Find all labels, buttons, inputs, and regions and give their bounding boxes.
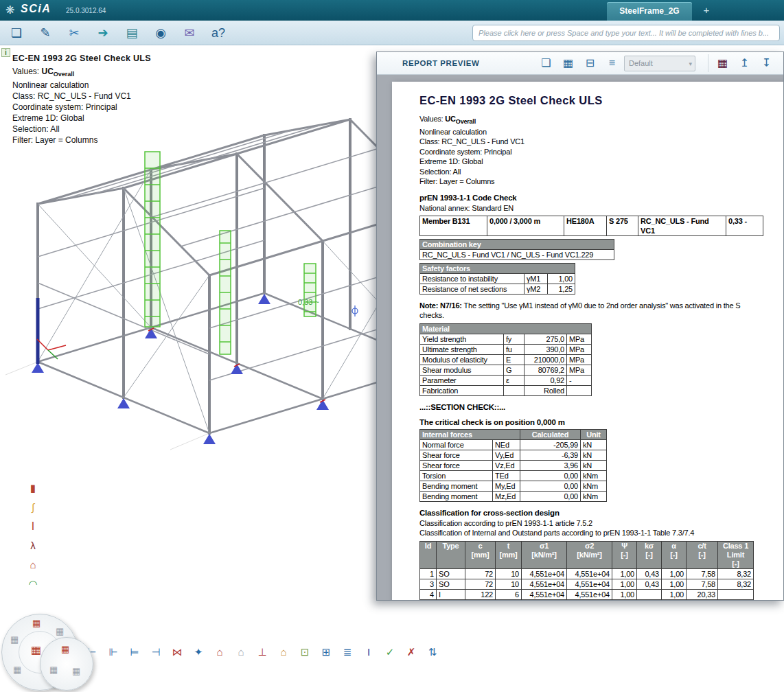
print-icon[interactable]: ⊟ [580, 54, 600, 72]
if-head-calculated: Calculated [520, 429, 581, 439]
left-tool-strip: ▮∫Ⅰλ⌂◠ [25, 481, 41, 591]
material-table: Material Yield strengthfy275,0MPaUltimat… [419, 323, 592, 396]
combination-key-heading: Combination key [420, 240, 614, 250]
item-list-icon[interactable]: ≡ [602, 54, 622, 72]
table-row: RC_NC_ULS - Fund VC1 / NC_ULS - Fund VC1… [420, 250, 614, 260]
main-toolbar: ❏✎✂➔▤◉✉a? [0, 21, 784, 45]
navigation-wheel-secondary[interactable]: ▦▦▦ [40, 637, 93, 691]
text-line: Coordinate system: Principal [12, 102, 151, 113]
support-mid-icon[interactable]: ⊨ [126, 644, 143, 660]
page-down-icon[interactable]: ↧ [757, 54, 776, 72]
page-up-icon[interactable]: ↥ [735, 54, 754, 72]
doc-meta-lines: Nonlinear calculationClass: RC_NC_ULS - … [419, 127, 784, 187]
doc-values-line: Values: UCOverall [419, 114, 784, 127]
nav-cube-icon[interactable]: ▦ [13, 665, 21, 674]
classification-table: IdTypec [mm]t [mm]σ1 [kN/m²]σ2 [kN/m²]Ψ … [419, 541, 754, 600]
overlay-values-line: Values: UCOverall [12, 66, 151, 80]
check-icon[interactable]: ✓ [382, 644, 398, 660]
if-head-unit: Unit [581, 429, 607, 439]
table-row: 3SO72104,551e+044,551e+041,000,431,007,5… [420, 579, 754, 589]
values-sub: Overall [54, 71, 75, 78]
safety-factors-table: Safety factors Resistance to instability… [419, 263, 575, 295]
nav-cube-icon[interactable]: ▦ [10, 635, 19, 644]
table-row: Member B1310,000 / 3,000 mHE180AS 275RC_… [420, 216, 763, 236]
beam-icon[interactable]: Ⅰ [25, 519, 41, 533]
report-page: EC-EN 1993 2G Steel Check ULS Values: UC… [392, 82, 784, 601]
table-row: Modulus of elasticityE210000,0MPa [420, 354, 592, 365]
table-row: Ultimate strengthfu390,0MPa [420, 344, 592, 354]
plate-icon[interactable]: ⊡ [297, 644, 313, 660]
stability-lambda-icon[interactable]: λ [25, 538, 41, 553]
frame-house-icon[interactable]: ⌂ [25, 557, 41, 572]
node-connect-icon[interactable]: ⋈ [169, 644, 185, 660]
table-row: 1SO72104,551e+044,551e+041,000,431,007,5… [420, 568, 754, 579]
text-line: Selection: All [12, 124, 151, 135]
text-line: Extreme 1D: Global [12, 113, 151, 124]
book-icon[interactable]: ✉ [178, 23, 200, 43]
nav-cube-icon[interactable]: ▦ [49, 665, 58, 674]
support-both-icon[interactable]: ⊩ [105, 644, 122, 660]
language-help-icon[interactable]: a? [207, 23, 229, 43]
support-end-icon[interactable]: ⊣ [148, 644, 164, 660]
section-i-icon[interactable]: I [360, 644, 377, 660]
tab-label: SteelFrame_2G [619, 6, 679, 16]
cut-icon[interactable]: ✂ [63, 23, 85, 43]
table-row: Shear modulusG80769,2MPa [420, 365, 592, 375]
checked-members-green [145, 152, 316, 354]
table-row: 4I12264,551e+044,551e+041,001,0020,33 [420, 589, 754, 599]
add-item-icon[interactable]: ❏ [536, 54, 556, 72]
tab-steelframe[interactable]: SteelFrame_2G [607, 2, 692, 21]
classification-heading: Classification for cross-section design [419, 509, 784, 517]
annex-line: National annex: Standard EN [419, 203, 784, 214]
values-sub: Overall [456, 118, 476, 125]
report-preview-panel: REPORT PREVIEW ❏▦⊟≡ Default ▾ ▦↥↧▤ EC-EN… [376, 51, 784, 601]
send-icon[interactable]: ➔ [92, 23, 114, 43]
nav-cube-center-icon[interactable]: ▦ [31, 645, 41, 656]
text-line: Coordinate system: Principal [419, 147, 784, 157]
if-head-name: Internal forces [420, 429, 520, 439]
layers-icon[interactable]: ▤ [121, 23, 143, 43]
table-row: Resistance to instabilityγM11,00 [420, 274, 575, 284]
new-tab-button[interactable]: + [699, 3, 714, 18]
toolbar-icons: ❏✎✂➔▤◉✉a? [5, 23, 229, 43]
check-overlay: EC-EN 1993 2G Steel Check ULS Values: UC… [12, 54, 151, 146]
table-row: Yield strengthfy275,0MPa [420, 334, 592, 344]
table-row: Bending momentMy,Ed0,00kNm [420, 481, 607, 491]
text-line: Class: RC_NC_ULS - Fund VC1 [12, 91, 151, 102]
values-prefix: Values: [12, 67, 41, 76]
weld-icon[interactable]: ✦ [190, 644, 207, 660]
nav-cube-red-icon[interactable]: ▦ [61, 645, 69, 654]
note-line-2: checks. [419, 310, 784, 321]
column-base-icon[interactable]: ⊥ [254, 644, 270, 660]
info-icon[interactable]: i [1, 48, 10, 57]
overlay-title: EC-EN 1993 2G Steel Check ULS [12, 54, 151, 63]
delete-icon[interactable]: ✗ [403, 644, 419, 660]
arc-icon[interactable]: ◠ [25, 577, 41, 591]
mesh-icon[interactable]: ≣ [339, 644, 356, 660]
nav-cube-icon[interactable]: ▦ [72, 667, 80, 676]
table-layout-icon[interactable]: ▦ [558, 54, 578, 72]
section-icon[interactable]: ▮ [25, 481, 41, 495]
grid-icon[interactable]: ⊞ [318, 644, 334, 660]
edit-icon[interactable]: ✎ [34, 23, 56, 43]
report-body[interactable]: EC-EN 1993 2G Steel Check ULS Values: UC… [377, 75, 783, 600]
values-prefix: Values: [419, 115, 445, 123]
template-select[interactable]: Default ▾ [624, 56, 695, 71]
classification-sub1: Classification according to prEN 1993-1-… [419, 518, 784, 529]
new-project-icon[interactable]: ❏ [5, 23, 27, 43]
profile-icon[interactable]: ∫ [25, 500, 41, 514]
report-preview-title: REPORT PREVIEW [402, 59, 480, 67]
safety-factors-heading: Safety factors [420, 264, 575, 274]
command-search-input[interactable] [472, 25, 780, 41]
nav-cube-icon[interactable]: ▦ [56, 627, 64, 636]
text-line: Filter: Layer = Columns [419, 176, 784, 187]
frame-red-icon[interactable]: ⌂ [211, 644, 228, 660]
frame-orange-icon[interactable]: ⌂ [275, 644, 292, 660]
frame-gray-icon[interactable]: ⌂ [233, 644, 249, 660]
text-line: Filter: Layer = Columns [12, 135, 151, 146]
engineering-report-icon[interactable]: ▦ [713, 54, 733, 72]
nav-cube-red-icon[interactable]: ▦ [32, 619, 41, 627]
page-layout-icon[interactable]: ▤ [779, 54, 784, 72]
view-icon[interactable]: ◉ [150, 23, 172, 43]
level-icon[interactable]: ⇅ [424, 644, 441, 660]
